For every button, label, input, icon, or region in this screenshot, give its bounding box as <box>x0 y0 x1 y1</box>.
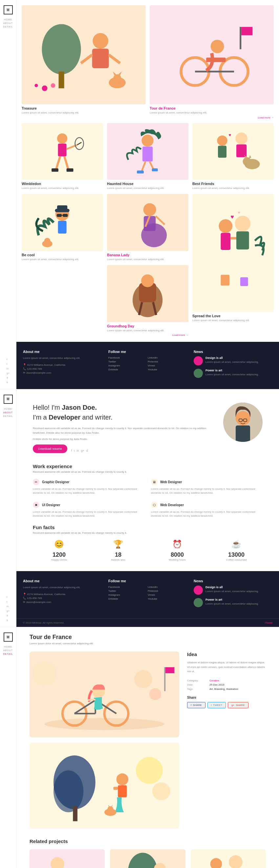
svg-point-98 <box>149 688 161 700</box>
about-bio: Received awesome elit variabile sit as a… <box>33 426 213 435</box>
fun-facts-section: Fun facts Received awesome elit variabil… <box>17 525 279 571</box>
svg-point-23 <box>57 133 67 144</box>
svg-rect-56 <box>58 221 67 234</box>
nav2-about[interactable]: ABOUT <box>3 411 13 414</box>
social-google[interactable]: g+ <box>6 372 9 375</box>
sidebar-nav: HOME ABOUT DETAIL <box>3 19 13 28</box>
ui-designer-icon: ✖ <box>33 502 39 508</box>
svg-rect-34 <box>143 147 153 162</box>
svg-point-13 <box>34 84 38 87</box>
logo-2[interactable]: M <box>4 395 13 404</box>
nav3-home[interactable]: HOME <box>3 646 13 648</box>
about-social-tw[interactable]: t <box>74 449 75 453</box>
logo[interactable]: M <box>4 5 13 14</box>
about-social-fb[interactable]: f <box>71 449 72 453</box>
social-facebook[interactable]: f <box>6 358 9 361</box>
svg-rect-101 <box>165 667 174 673</box>
share-google-button[interactable]: g+ SHARE <box>228 702 248 708</box>
svg-rect-73 <box>221 233 231 250</box>
portfolio-item-best-friends[interactable]: ♥ Best Friends Lorem ipsum sit amet, con… <box>192 123 274 190</box>
detail-image-2 <box>30 743 179 829</box>
detail-images <box>30 651 179 829</box>
social2-behance[interactable]: b <box>6 619 9 622</box>
svg-rect-2 <box>58 71 64 88</box>
portfolio-item-tour[interactable]: Tour de France Lorem ipsum sit amet, con… <box>150 5 274 119</box>
logo-3[interactable]: M <box>4 632 13 642</box>
about-social-d[interactable]: d <box>86 449 88 453</box>
work-intro: Received awesome elit variabile sit as a… <box>33 470 262 473</box>
about-heading: Hello! I'm Jason Doe. I'm a Developer an… <box>33 403 213 422</box>
nav2-home[interactable]: HOME <box>3 408 13 410</box>
related-item-treasure[interactable]: Treasure Haunted Lorem ipsum sit amet, c… <box>110 849 185 868</box>
svg-point-45 <box>243 157 251 166</box>
social-twitter[interactable]: t <box>6 363 9 366</box>
portfolio-item-wimbledon[interactable]: Wimbledon Lorem ipsum sit amet, consecte… <box>22 123 103 190</box>
social-behance[interactable]: b <box>6 381 9 384</box>
stat-coffee: ☕ 13000 Coffee consumed <box>210 539 262 561</box>
work-item-ui: ✖ UI Designer Lorem variabile sit as as.… <box>33 502 145 518</box>
svg-rect-30 <box>52 168 58 172</box>
detail-title: Tour de France <box>30 634 266 641</box>
svg-point-60 <box>144 204 156 216</box>
portfolio-item-haunted[interactable]: Haunted House Lorem ipsum sit amet, cons… <box>107 123 188 190</box>
svg-rect-52 <box>57 205 67 211</box>
footer-section2: About me Lorem ipsum sit amet, consectet… <box>17 571 279 618</box>
graphic-designer-icon: ✏ <box>33 478 39 485</box>
portfolio-item-banana[interactable]: Banana Lady Lorem ipsum sit amet, consec… <box>107 194 188 261</box>
svg-rect-4 <box>92 49 109 68</box>
svg-point-106 <box>116 774 128 785</box>
about-social-links: f t in g+ d <box>71 449 88 453</box>
social-dribbble[interactable]: d <box>6 376 9 379</box>
svg-rect-20 <box>240 27 241 49</box>
social2-facebook[interactable]: f <box>6 596 9 599</box>
social2-instagram[interactable]: in <box>6 605 9 608</box>
nav-home[interactable]: HOME <box>3 19 13 21</box>
social2-twitter[interactable]: t <box>6 600 9 603</box>
footer2-news: News Design is all Lorem ipsum sit amet,… <box>194 579 273 611</box>
web-designer-icon: 🖥 <box>151 478 158 485</box>
svg-point-82 <box>236 411 250 426</box>
svg-point-1 <box>42 24 81 74</box>
svg-rect-115 <box>31 849 104 868</box>
social2-google[interactable]: g+ <box>6 610 9 613</box>
nav3-detail[interactable]: DETAIL <box>3 653 13 655</box>
footer-section1: About me Lorem ipsum sit amet, consectet… <box>17 342 279 389</box>
svg-text:♥: ♥ <box>231 214 235 220</box>
related-item-banana[interactable]: Banana Lady Lorem ipsum sit amet, consec… <box>30 849 105 868</box>
load-more-2[interactable]: Load more → <box>107 334 188 337</box>
nav2-detail[interactable]: DETAIL <box>3 415 13 417</box>
svg-text:♥: ♥ <box>229 132 231 137</box>
svg-point-72 <box>219 219 233 233</box>
svg-point-114 <box>152 782 170 800</box>
portfolio-item-groundhog[interactable]: Groundhog Day Lorem ipsum sit amet, cons… <box>107 265 188 337</box>
svg-point-3 <box>93 33 108 49</box>
nav-detail[interactable]: DETAIL <box>3 26 13 28</box>
share-facebook-button[interactable]: f SHARE <box>187 702 206 708</box>
stat-hours: ⏰ 8000 Working hours <box>151 539 204 561</box>
download-resume-button[interactable]: Download resume <box>33 444 67 453</box>
footer2-about: About me Lorem ipsum sit amet, consectet… <box>23 579 102 611</box>
svg-rect-18 <box>206 58 226 62</box>
svg-point-11 <box>42 86 47 91</box>
coffee-icon: ☕ <box>210 539 262 549</box>
about-social-in[interactable]: in <box>77 449 79 453</box>
portfolio-item-spread-love[interactable]: ♥ ♥ Spread the Love Lorem ipsum sit am <box>192 194 274 322</box>
svg-point-33 <box>142 135 154 147</box>
footer1-news: News Design is all Lorem ipsum sit amet,… <box>194 350 273 381</box>
nav3-about[interactable]: ABOUT <box>3 649 13 651</box>
nav-about[interactable]: ABOUT <box>3 22 13 24</box>
portfolio-item-becool[interactable]: Be cool Lorem ipsum sit amet, consectetu… <box>22 194 103 261</box>
work-item-web-designer: 🖥 Web Designer Lorem variabile sit as as… <box>151 478 262 495</box>
social2-dribbble[interactable]: d <box>6 614 9 617</box>
work-grid: ✏ Graphic Designer Lorem variabile sit a… <box>33 478 262 518</box>
social-instagram[interactable]: in <box>6 367 9 370</box>
svg-rect-24 <box>58 144 67 156</box>
share-twitter-button[interactable]: t TWEET <box>208 702 226 708</box>
svg-rect-43 <box>236 145 247 157</box>
svg-point-40 <box>217 135 227 146</box>
footer1-follow: Follow me Facebook Twitter Instagram Dri… <box>108 350 187 381</box>
portfolio-item-treasure[interactable]: Treasure Lorem ipsum sit amet, consectet… <box>22 5 146 119</box>
related-item-bestfriends[interactable]: Best Friends Lorem ipsum sit amet, conse… <box>191 849 266 868</box>
svg-point-99 <box>32 661 57 685</box>
about-social-g[interactable]: g+ <box>81 449 84 453</box>
